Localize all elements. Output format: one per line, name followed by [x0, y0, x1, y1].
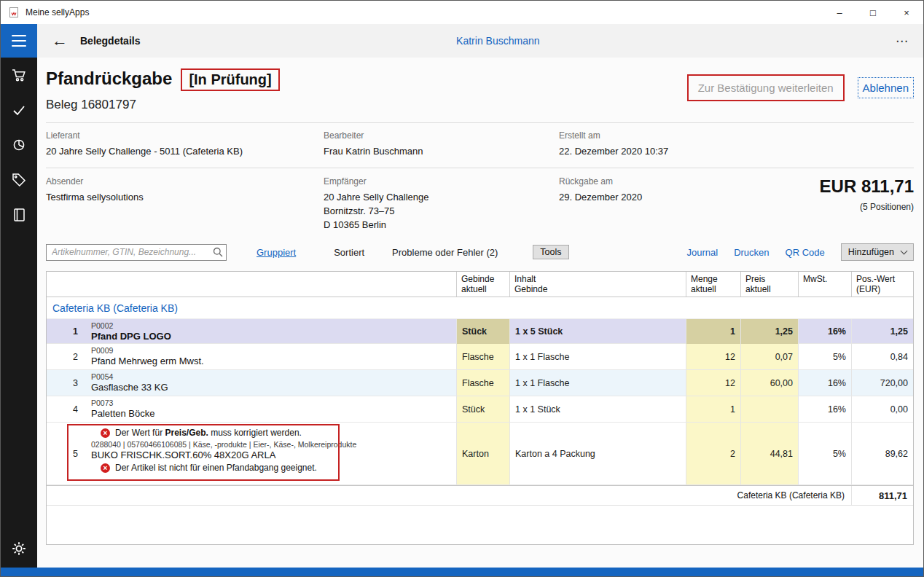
- field-bearbeiter: Bearbeiter Frau Katrin Buschmann: [324, 130, 559, 158]
- table-row[interactable]: 2 P0009 Pfand Mehrweg erm Mwst. Flasche …: [47, 344, 913, 370]
- col-gebinde: Gebinde aktuell: [456, 272, 509, 297]
- menge-cell[interactable]: 2: [686, 423, 740, 484]
- wert-cell: 1,25: [851, 319, 913, 344]
- sidebar: [1, 24, 37, 568]
- inhalt-cell: 1 x 5 Stück: [509, 319, 686, 344]
- price-tag-icon: [11, 172, 27, 188]
- add-button[interactable]: Hinzufügen: [841, 243, 914, 261]
- list-toolbar: Gruppiert Sortiert Probleme oder Fehler …: [46, 243, 914, 261]
- mwst-cell: 16%: [798, 319, 851, 344]
- mwst-cell: 5%: [798, 423, 851, 484]
- article-cell: P0009 Pfand Mehrweg erm Mwst.: [85, 344, 456, 369]
- qr-code-link[interactable]: QR Code: [786, 247, 825, 258]
- gebinde-cell[interactable]: Flasche: [456, 370, 509, 396]
- footer-total: 811,71: [851, 486, 913, 505]
- current-user[interactable]: Katrin Buschmann: [456, 35, 539, 47]
- sidebar-item-prices[interactable]: [1, 162, 37, 197]
- document-total: EUR 811,71 (5 Positionen): [820, 176, 914, 232]
- error-message-top: Der Wert für Preis/Geb. muss korrigiert …: [91, 428, 450, 438]
- gebinde-cell[interactable]: Flasche: [456, 344, 509, 369]
- page-header: ← Belegdetails Katrin Buschmann ⋯: [37, 24, 923, 58]
- gebinde-cell[interactable]: Karton: [456, 423, 509, 484]
- preis-cell[interactable]: 60,00: [740, 370, 798, 396]
- journal-link[interactable]: Journal: [686, 247, 718, 258]
- sidebar-item-tasks[interactable]: [1, 93, 37, 127]
- sidebar-item-statistics[interactable]: [1, 127, 37, 162]
- reject-button[interactable]: Ablehnen: [858, 77, 914, 98]
- table-row[interactable]: 5 Der Wert für Preis/Geb. muss korrigier…: [47, 423, 913, 485]
- preis-cell[interactable]: 0,07: [740, 344, 798, 369]
- field-lieferant: Lieferant 20 Jahre Selly Challenge - 501…: [46, 130, 324, 158]
- table-header: Gebinde aktuell Inhalt Gebinde Menge akt…: [47, 272, 913, 297]
- ledger-icon: [11, 207, 27, 223]
- preis-cell[interactable]: [740, 396, 798, 422]
- article-cell: P0073 Paletten Böcke: [85, 396, 456, 422]
- table-row[interactable]: 1 P0002 Pfand DPG LOGO Stück 1 x 5 Stück…: [47, 319, 913, 344]
- footer-group-label: Cafeteria KB (Cafeteria KB): [47, 486, 851, 505]
- maximize-button[interactable]: □: [856, 1, 890, 24]
- table-row[interactable]: 3 P0054 Gasflasche 33 KG Flasche 1 x 1 F…: [47, 370, 913, 396]
- preis-cell[interactable]: 1,25: [740, 319, 798, 344]
- grouped-toggle[interactable]: Gruppiert: [257, 247, 296, 258]
- gear-icon: [12, 541, 26, 556]
- chevron-down-icon: [901, 248, 908, 255]
- wert-cell: 89,62: [851, 423, 913, 484]
- sidebar-item-settings[interactable]: [1, 531, 37, 566]
- cart-icon: [11, 67, 27, 83]
- field-rueckgabe-am: Rückgabe am 29. Dezember 2020: [559, 176, 785, 232]
- inhalt-cell: 1 x 1 Flasche: [509, 344, 686, 369]
- field-erstellt-am: Erstellt am 22. Dezember 2020 10:37: [559, 130, 914, 158]
- col-mwst: MwSt.: [798, 272, 851, 297]
- article-cell: P0002 Pfand DPG LOGO: [85, 319, 456, 344]
- preis-cell[interactable]: 44,81: [740, 423, 798, 484]
- print-link[interactable]: Drucken: [734, 247, 769, 258]
- status-badge: [In Prüfung]: [181, 68, 279, 91]
- tools-button[interactable]: Tools: [533, 245, 568, 259]
- group-header: Cafeteria KB (Cafeteria KB): [47, 297, 913, 319]
- more-options-icon[interactable]: ⋯: [896, 34, 909, 49]
- hamburger-menu-button[interactable]: [1, 24, 37, 58]
- search-icon[interactable]: [213, 247, 223, 257]
- menge-cell[interactable]: 1: [686, 319, 740, 344]
- hamburger-icon: [12, 35, 26, 36]
- document-title: Pfandrückgabe: [46, 68, 172, 89]
- search-input[interactable]: [46, 244, 227, 261]
- error-icon: [101, 463, 110, 473]
- positions-count: (5 Positionen): [820, 202, 914, 212]
- problems-filter[interactable]: Probleme oder Fehler (2): [392, 247, 498, 258]
- col-menge: Menge aktuell: [686, 272, 740, 297]
- window-controls: – □ ×: [823, 1, 923, 24]
- gebinde-cell[interactable]: Stück: [456, 396, 509, 422]
- minimize-button[interactable]: –: [823, 1, 856, 24]
- sidebar-item-cart[interactable]: [1, 58, 37, 93]
- bottom-accent-bar: [1, 568, 923, 576]
- article-cell: P0054 Gasflasche 33 KG: [85, 370, 456, 396]
- inhalt-cell: Karton a 4 Packung: [509, 423, 686, 484]
- inhalt-cell: 1 x 1 Flasche: [509, 370, 686, 396]
- table-footer: Cafeteria KB (Cafeteria KB) 811,71: [47, 485, 913, 506]
- wert-cell: 0,84: [851, 344, 913, 369]
- wert-cell: 0,00: [851, 396, 913, 422]
- table-row[interactable]: 4 P0073 Paletten Böcke Stück 1 x 1 Stück…: [47, 396, 913, 423]
- window-title: Meine sellyApps: [26, 7, 89, 17]
- menge-cell[interactable]: 1: [686, 396, 740, 422]
- menge-cell[interactable]: 12: [686, 344, 740, 369]
- forward-for-confirmation-button[interactable]: Zur Bestätigung weiterleiten: [687, 74, 845, 101]
- pie-chart-icon: [11, 137, 27, 153]
- app-icon: [8, 7, 20, 18]
- sidebar-item-documents[interactable]: [1, 197, 37, 232]
- field-absender: Absender Testfirma sellysolutions: [46, 176, 324, 232]
- col-preis: Preis aktuell: [740, 272, 798, 297]
- back-button[interactable]: ←: [52, 33, 68, 49]
- error-icon: [101, 428, 110, 438]
- document-title-row: Pfandrückgabe [In Prüfung] Beleg 1680179…: [46, 68, 914, 112]
- close-button[interactable]: ×: [890, 1, 923, 24]
- window-titlebar: Meine sellyApps – □ ×: [1, 1, 923, 24]
- gebinde-cell[interactable]: Stück: [456, 319, 509, 344]
- article-cell: Der Wert für Preis/Geb. muss korrigiert …: [85, 423, 456, 484]
- menge-cell[interactable]: 12: [686, 370, 740, 396]
- info-row-1: Lieferant 20 Jahre Selly Challenge - 501…: [46, 123, 914, 168]
- sorted-toggle[interactable]: Sortiert: [334, 247, 364, 258]
- field-empfaenger: Empfänger 20 Jahre Selly Challenge Borni…: [324, 176, 559, 232]
- total-amount: EUR 811,71: [820, 176, 914, 197]
